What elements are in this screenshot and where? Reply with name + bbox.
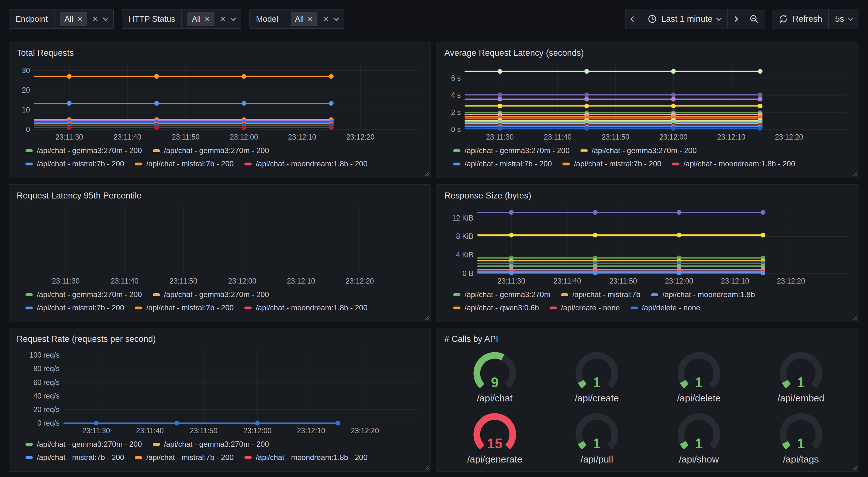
clear-filter-icon[interactable]: ✕ bbox=[219, 15, 226, 23]
svg-text:9: 9 bbox=[491, 375, 499, 390]
legend-item[interactable]: /api/chat - moondream:1.8b - 200 bbox=[244, 159, 368, 168]
total-requests-chart[interactable]: 23:11:3023:11:4023:11:5023:12:0023:12:10… bbox=[16, 60, 424, 143]
legend-item[interactable]: /api/chat - mistral:7b - 200 bbox=[453, 159, 552, 168]
legend-item[interactable]: /api/chat - moondream:1.8b - 200 bbox=[244, 453, 368, 462]
gauge-/api/embed: 1/api/embed bbox=[750, 346, 852, 407]
remove-tag-icon[interactable]: ✕ bbox=[205, 16, 210, 22]
legend-item[interactable]: /api/chat - gemma3:270m - 200 bbox=[153, 146, 269, 155]
panel-title[interactable]: Request Rate (requests per second) bbox=[17, 334, 424, 344]
response-size-chart[interactable]: 23:11:3023:11:4023:11:5023:12:0023:12:10… bbox=[444, 203, 852, 287]
gauge-arc: 1 bbox=[671, 411, 726, 454]
resize-handle[interactable] bbox=[423, 170, 429, 176]
clear-filter-icon[interactable]: ✕ bbox=[92, 15, 99, 23]
panel-title[interactable]: Response Size (bytes) bbox=[444, 191, 852, 201]
filter-http-status-tag[interactable]: All ✕ bbox=[187, 12, 214, 26]
legend-item[interactable]: /api/chat - gemma3:270m - 200 bbox=[26, 290, 142, 299]
svg-text:23:12:00: 23:12:00 bbox=[230, 133, 258, 141]
filter-endpoint-value[interactable]: All ✕ ✕ bbox=[55, 9, 113, 28]
svg-text:20: 20 bbox=[22, 86, 30, 94]
legend-item[interactable]: /api/chat - gemma3:270m - 200 bbox=[26, 440, 142, 449]
legend-item[interactable]: /api/chat - gemma3:270m - 200 bbox=[581, 146, 697, 155]
panel-title[interactable]: Total Requests bbox=[17, 48, 424, 58]
legend-item[interactable]: /api/chat - moondream:1.8b - 200 bbox=[672, 159, 795, 168]
filter-bar: Endpoint All ✕ ✕ HTTP Status All ✕ bbox=[9, 9, 344, 29]
legend-item[interactable]: /api/chat - mistral:7b - 200 bbox=[562, 159, 661, 168]
legend: /api/chat - gemma3:270m/api/chat - mistr… bbox=[444, 287, 852, 319]
legend-item[interactable]: /api/delete - none bbox=[630, 303, 700, 312]
filter-model-tag[interactable]: All ✕ bbox=[291, 12, 317, 26]
svg-text:23:11:50: 23:11:50 bbox=[601, 133, 629, 141]
filter-endpoint: Endpoint All ✕ ✕ bbox=[9, 9, 114, 29]
legend-color-chip bbox=[26, 162, 33, 166]
legend-color-chip bbox=[153, 443, 160, 446]
refresh-interval-picker[interactable]: 5s bbox=[829, 9, 859, 29]
svg-text:80 req/s: 80 req/s bbox=[33, 364, 60, 373]
resize-handle[interactable] bbox=[423, 464, 429, 470]
legend-item[interactable]: /api/chat - mistral:7b - 200 bbox=[135, 303, 234, 312]
chevron-down-icon[interactable] bbox=[103, 15, 108, 21]
time-shift-forward-button[interactable] bbox=[727, 9, 743, 29]
avg-latency-chart[interactable]: 23:11:3023:11:4023:11:5023:12:0023:12:10… bbox=[444, 60, 852, 143]
gauge-/api/show: 1/api/show bbox=[648, 407, 750, 468]
legend-color-chip bbox=[453, 306, 461, 309]
filter-tag-text: All bbox=[295, 14, 304, 24]
filter-model-value[interactable]: All ✕ ✕ bbox=[285, 9, 344, 28]
svg-text:23:12:20: 23:12:20 bbox=[346, 133, 374, 141]
resize-handle[interactable] bbox=[851, 170, 858, 176]
legend-item[interactable]: /api/chat - gemma3:270m - 200 bbox=[153, 440, 269, 449]
legend-label: /api/chat - gemma3:270m bbox=[465, 290, 550, 299]
panel-title[interactable]: Average Request Latency (seconds) bbox=[444, 48, 852, 58]
time-range-picker[interactable]: Last 1 minute bbox=[641, 9, 727, 29]
svg-text:1: 1 bbox=[593, 375, 600, 390]
legend-item[interactable]: /api/chat - gemma3:270m - 200 bbox=[453, 146, 570, 155]
legend-item[interactable]: /api/create - none bbox=[550, 303, 620, 312]
legend-color-chip bbox=[26, 443, 33, 446]
legend-label: /api/chat - moondream:1.8b - 200 bbox=[256, 303, 368, 312]
legend-item[interactable]: /api/chat - mistral:7b - 200 bbox=[135, 453, 234, 462]
clear-filter-icon[interactable]: ✕ bbox=[322, 15, 329, 23]
panel-title[interactable]: # Calls by API bbox=[444, 334, 852, 344]
legend-color-chip bbox=[244, 456, 252, 459]
gauge-api-label: /api/generate bbox=[467, 454, 522, 465]
legend-item[interactable]: /api/chat - mistral:7b - 200 bbox=[26, 453, 124, 462]
legend-label: /api/chat - moondream:1.8b bbox=[662, 290, 755, 299]
legend-color-chip bbox=[453, 162, 461, 166]
svg-text:1: 1 bbox=[593, 436, 600, 451]
legend-label: /api/chat - gemma3:270m - 200 bbox=[37, 290, 142, 299]
legend-item[interactable]: /api/chat - moondream:1.8b bbox=[651, 290, 755, 299]
refresh-interval-label: 5s bbox=[835, 14, 844, 24]
legend-item[interactable]: /api/chat - moondream:1.8b - 200 bbox=[244, 303, 368, 312]
filter-http-status-value[interactable]: All ✕ ✕ bbox=[182, 9, 241, 28]
time-shift-back-button[interactable] bbox=[625, 9, 641, 29]
remove-tag-icon[interactable]: ✕ bbox=[307, 16, 313, 22]
resize-handle[interactable] bbox=[851, 464, 858, 470]
legend-item[interactable]: /api/chat - qwen3:0.6b bbox=[453, 303, 539, 312]
gauge-api-label: /api/create bbox=[575, 393, 619, 404]
legend-item[interactable]: /api/chat - gemma3:270m bbox=[453, 290, 550, 299]
latency-p95-chart[interactable]: 23:11:3023:11:4023:11:5023:12:0023:12:10… bbox=[16, 203, 424, 287]
refresh-button[interactable]: Refresh bbox=[772, 9, 829, 29]
legend-item[interactable]: /api/chat - mistral:7b - 200 bbox=[26, 159, 124, 168]
gauge-arc: 1 bbox=[773, 411, 829, 454]
resize-handle[interactable] bbox=[423, 314, 429, 320]
resize-handle[interactable] bbox=[851, 314, 858, 320]
legend-color-chip bbox=[581, 149, 588, 152]
chevron-down-icon[interactable] bbox=[230, 15, 236, 21]
zoom-out-button[interactable] bbox=[743, 9, 765, 29]
request-rate-chart[interactable]: 23:11:3023:11:4023:11:5023:12:0023:12:10… bbox=[16, 346, 424, 437]
filter-endpoint-tag[interactable]: All ✕ bbox=[60, 12, 87, 26]
svg-text:40 req/s: 40 req/s bbox=[33, 392, 60, 400]
chevron-down-icon[interactable] bbox=[333, 15, 339, 21]
panel-title[interactable]: Request Latency 95th Percentile bbox=[17, 191, 424, 201]
svg-text:30: 30 bbox=[22, 66, 30, 75]
svg-text:23:11:50: 23:11:50 bbox=[169, 277, 197, 285]
gauge-arc: 1 bbox=[569, 411, 624, 454]
legend-row: /api/chat - gemma3:270m - 200/api/chat -… bbox=[26, 440, 424, 449]
legend-item[interactable]: /api/chat - gemma3:270m - 200 bbox=[26, 146, 142, 155]
legend-item[interactable]: /api/chat - gemma3:270m - 200 bbox=[153, 290, 269, 299]
remove-tag-icon[interactable]: ✕ bbox=[77, 16, 83, 22]
legend-item[interactable]: /api/chat - mistral:7b bbox=[561, 290, 640, 299]
legend-item[interactable]: /api/chat - mistral:7b - 200 bbox=[26, 303, 124, 312]
time-range-label: Last 1 minute bbox=[661, 14, 712, 24]
legend-item[interactable]: /api/chat - mistral:7b - 200 bbox=[135, 159, 234, 168]
